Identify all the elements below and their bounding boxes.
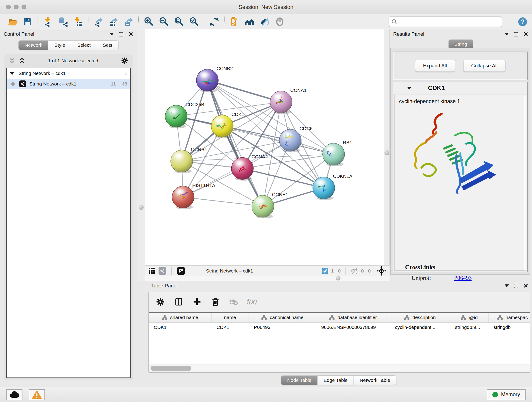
collapse-panel-icon[interactable] xyxy=(110,33,114,36)
tab-sets[interactable]: Sets xyxy=(97,40,119,50)
network-share-icon[interactable] xyxy=(158,267,166,275)
collapse-all-icon[interactable] xyxy=(8,57,15,64)
column-header-shared-name[interactable]: shared name xyxy=(149,313,211,322)
function-icon[interactable]: f(x) xyxy=(247,297,257,307)
tab-node-table[interactable]: Node Table xyxy=(281,375,317,385)
import-database-icon[interactable] xyxy=(58,17,68,27)
import-table-icon[interactable] xyxy=(73,17,83,27)
tab-select[interactable]: Select xyxy=(71,40,97,50)
node-label: CCNE1 xyxy=(272,192,288,197)
network-options-gear-icon[interactable] xyxy=(121,57,128,65)
open-in-new-window-icon[interactable] xyxy=(177,267,185,275)
node-label: CDC25B xyxy=(185,102,204,107)
tab-string[interactable]: String xyxy=(448,39,473,49)
network-edge[interactable] xyxy=(242,168,324,188)
expand-all-icon[interactable] xyxy=(19,57,25,64)
split-columns-icon[interactable] xyxy=(173,297,184,307)
export-network-icon[interactable] xyxy=(93,17,104,27)
network-node-cdk1[interactable]: CDK1 xyxy=(211,112,244,138)
column-header-database-identifier[interactable]: database identifier xyxy=(316,313,390,322)
network-edge[interactable] xyxy=(183,197,263,206)
entry-gene-name: CDK1 xyxy=(428,85,445,92)
tab-edge-table[interactable]: Edge Table xyxy=(317,375,354,385)
save-icon[interactable] xyxy=(22,17,33,27)
collapse-table-icon[interactable] xyxy=(505,284,509,287)
open-icon[interactable] xyxy=(7,17,18,27)
close-panel-icon[interactable]: ✕ xyxy=(128,31,133,37)
document-share-icon[interactable] xyxy=(229,17,240,27)
close-table-icon[interactable]: ✕ xyxy=(523,283,528,289)
table-panel: Table Panel ✕ f(x) shared namename canon… xyxy=(145,281,532,387)
search-input[interactable] xyxy=(389,17,502,27)
close-results-icon[interactable]: ✕ xyxy=(523,31,528,37)
table-row[interactable]: CDK1CDK1P064939606.ENSP00000378699cyclin… xyxy=(149,322,530,332)
network-node-rb1[interactable]: RB1 xyxy=(323,140,352,166)
collapse-results-icon[interactable] xyxy=(505,33,509,36)
float-results-icon[interactable] xyxy=(514,32,518,36)
table-horizontal-scrollbar[interactable] xyxy=(149,365,530,371)
eye-slash-icon[interactable] xyxy=(259,17,270,27)
column-header-namespac[interactable]: namespac xyxy=(488,313,530,322)
warning-button[interactable] xyxy=(29,389,45,400)
network-row[interactable]: String Network – cdk1 11 48 xyxy=(7,79,130,89)
column-header-name[interactable]: name xyxy=(211,313,249,322)
network-node-cdc25b[interactable]: CDC25B xyxy=(165,102,204,128)
add-column-icon[interactable] xyxy=(192,297,202,307)
network-node-ccnb2[interactable]: CCNB2 xyxy=(196,66,233,92)
network-node-ccnb1[interactable]: CCNB1 xyxy=(171,147,207,173)
zoom-out-icon[interactable] xyxy=(158,17,169,27)
cdk1-entry-header[interactable]: CDK1 xyxy=(393,82,527,95)
network-canvas[interactable]: CCNB2CCNA1CDC25BCDK1CDC6RB1CCNB1CCNA2CDK… xyxy=(145,29,384,265)
cloud-button[interactable] xyxy=(6,389,22,400)
horizontal-splitter-handle[interactable] xyxy=(336,276,341,281)
left-splitter[interactable] xyxy=(137,29,145,281)
column-header--id[interactable]: @id xyxy=(450,313,488,322)
table-scrollbar-thumb[interactable] xyxy=(151,366,191,371)
table-cell: 9606.ENSP00000378699 xyxy=(316,322,390,332)
column-header-canonical-name[interactable]: canonical name xyxy=(249,313,316,322)
search-field[interactable] xyxy=(399,19,500,24)
float-panel-icon[interactable] xyxy=(119,32,123,36)
network-collection-row[interactable]: String Network – cdk1 1 xyxy=(7,68,130,79)
trash-icon[interactable] xyxy=(210,297,221,307)
search-icon xyxy=(391,19,397,25)
tab-network-table[interactable]: Network Table xyxy=(354,375,396,385)
export-image-icon[interactable] xyxy=(123,17,134,27)
network-node-hist1h1a[interactable]: HIST1H1A xyxy=(172,183,215,209)
results-scrollbar[interactable] xyxy=(524,95,526,270)
expand-all-button[interactable]: Expand All xyxy=(415,60,455,72)
node-table[interactable]: shared namename canonical name database … xyxy=(149,313,530,364)
right-splitter-handle[interactable] xyxy=(385,150,389,155)
network-edge[interactable] xyxy=(207,80,263,206)
network-node-ccna1[interactable]: CCNA1 xyxy=(270,88,307,114)
table-cell: P06493 xyxy=(249,322,316,332)
import-network-icon[interactable] xyxy=(43,17,53,27)
collection-expand-icon[interactable] xyxy=(10,72,14,75)
column-header-description[interactable]: description xyxy=(390,313,450,322)
eye-icon[interactable] xyxy=(274,17,285,27)
tab-style[interactable]: Style xyxy=(48,40,71,50)
right-splitter[interactable] xyxy=(384,29,389,281)
zoom-fit-icon[interactable] xyxy=(174,17,184,27)
delete-table-icon[interactable] xyxy=(228,297,239,307)
tab-network[interactable]: Network xyxy=(18,40,48,50)
help-icon[interactable]: ? xyxy=(517,17,528,27)
entry-collapse-icon[interactable] xyxy=(407,87,412,89)
left-splitter-handle[interactable] xyxy=(139,205,144,210)
title-bar: Session: New Session xyxy=(0,0,532,14)
zoom-in-icon[interactable] xyxy=(143,17,154,27)
network-edge[interactable] xyxy=(207,80,281,102)
crosslink-link[interactable]: P06493 xyxy=(454,275,472,281)
fit-selected-crosshair-icon[interactable] xyxy=(377,266,386,276)
float-table-icon[interactable] xyxy=(514,284,518,288)
refresh-icon[interactable] xyxy=(209,17,220,27)
collapse-all-button[interactable]: Collapse All xyxy=(463,60,506,72)
export-table-icon[interactable] xyxy=(108,17,119,27)
memory-button[interactable]: Memory xyxy=(487,389,526,400)
grid-view-icon[interactable] xyxy=(148,268,155,274)
horizontal-splitter[interactable] xyxy=(145,276,389,281)
home-icon[interactable] xyxy=(244,17,255,27)
selected-checkbox-icon[interactable] xyxy=(322,268,328,274)
zoom-selected-icon[interactable] xyxy=(189,17,199,27)
gear-icon[interactable] xyxy=(155,297,166,307)
